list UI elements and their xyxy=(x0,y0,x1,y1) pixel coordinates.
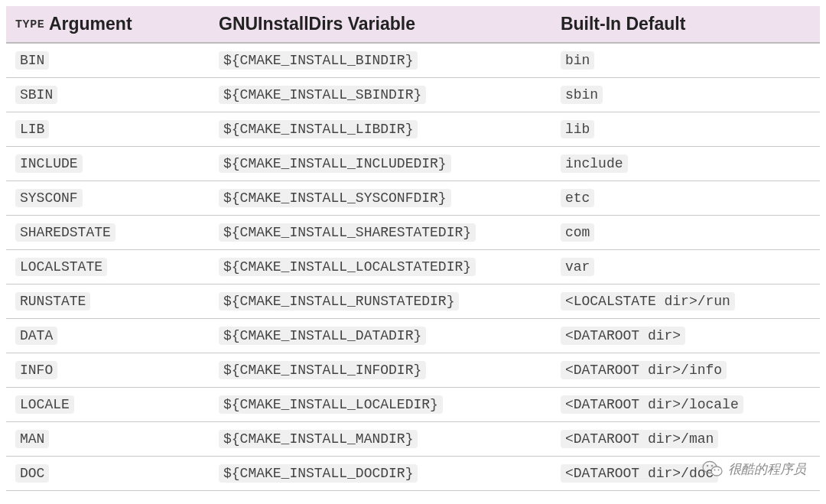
builtin-default-code: <DATAROOT dir>/doc xyxy=(561,464,718,483)
builtin-default-code: etc xyxy=(561,189,594,207)
table-row: INCLUDE${CMAKE_INSTALL_INCLUDEDIR}includ… xyxy=(6,147,820,181)
type-argument-code: LOCALE xyxy=(15,395,74,414)
type-argument-code: DATA xyxy=(15,327,57,345)
gnu-variable-code: ${CMAKE_INSTALL_LOCALEDIR} xyxy=(219,395,443,414)
type-argument-code: INCLUDE xyxy=(15,154,83,173)
table-row: BIN${CMAKE_INSTALL_BINDIR}bin xyxy=(6,43,820,78)
gnu-variable-code: ${CMAKE_INSTALL_MANDIR} xyxy=(219,430,418,448)
builtin-default-code: <LOCALSTATE dir>/run xyxy=(561,292,735,311)
builtin-default-code: <DATAROOT dir> xyxy=(561,327,685,345)
type-argument-code: BIN xyxy=(15,51,49,70)
table-row: RUNSTATE${CMAKE_INSTALL_RUNSTATEDIR}<LOC… xyxy=(6,285,820,319)
type-argument-code: DOC xyxy=(15,464,49,483)
header-argument-suffix: Argument xyxy=(44,14,132,34)
type-argument-code: MAN xyxy=(15,430,49,448)
type-argument-code: LOCALSTATE xyxy=(15,258,107,276)
builtin-default-code: var xyxy=(561,258,594,276)
builtin-default-code: com xyxy=(561,223,594,242)
gnu-variable-code: ${CMAKE_INSTALL_RUNSTATEDIR} xyxy=(219,292,459,311)
builtin-default-code: include xyxy=(561,154,628,173)
table-header-row: TYPE Argument GNUInstallDirs Variable Bu… xyxy=(6,6,820,43)
type-argument-code: RUNSTATE xyxy=(15,292,90,311)
gnu-variable-code: ${CMAKE_INSTALL_DATADIR} xyxy=(219,327,426,345)
table-row: LOCALE${CMAKE_INSTALL_LOCALEDIR}<DATAROO… xyxy=(6,388,820,422)
builtin-default-code: lib xyxy=(561,120,594,138)
gnu-variable-code: ${CMAKE_INSTALL_SBINDIR} xyxy=(219,86,426,104)
builtin-default-code: <DATAROOT dir>/man xyxy=(561,430,718,448)
table-row: SBIN${CMAKE_INSTALL_SBINDIR}sbin xyxy=(6,78,820,112)
gnu-variable-code: ${CMAKE_INSTALL_LIBDIR} xyxy=(219,120,418,138)
type-argument-code: SBIN xyxy=(15,86,57,104)
gnu-variable-code: ${CMAKE_INSTALL_LOCALSTATEDIR} xyxy=(219,258,476,276)
table-row: LOCALSTATE${CMAKE_INSTALL_LOCALSTATEDIR}… xyxy=(6,250,820,285)
header-type-prefix: TYPE xyxy=(15,18,44,31)
builtin-default-code: <DATAROOT dir>/info xyxy=(561,361,727,379)
type-argument-code: SYSCONF xyxy=(15,189,83,207)
table-row: SHAREDSTATE${CMAKE_INSTALL_SHARESTATEDIR… xyxy=(6,216,820,250)
table-row: INFO${CMAKE_INSTALL_INFODIR}<DATAROOT di… xyxy=(6,353,820,388)
builtin-default-code: sbin xyxy=(561,86,603,104)
table-row: DATA${CMAKE_INSTALL_DATADIR}<DATAROOT di… xyxy=(6,319,820,353)
gnu-variable-code: ${CMAKE_INSTALL_SHARESTATEDIR} xyxy=(219,223,476,242)
type-argument-code: INFO xyxy=(15,361,57,379)
builtin-default-code: bin xyxy=(561,51,594,70)
builtin-default-code: <DATAROOT dir>/locale xyxy=(561,395,743,414)
table-row: SYSCONF${CMAKE_INSTALL_SYSCONFDIR}etc xyxy=(6,181,820,216)
gnu-variable-code: ${CMAKE_INSTALL_BINDIR} xyxy=(219,51,418,70)
gnu-variable-code: ${CMAKE_INSTALL_INCLUDEDIR} xyxy=(219,154,451,173)
gnu-variable-code: ${CMAKE_INSTALL_DOCDIR} xyxy=(219,464,418,483)
type-argument-code: LIB xyxy=(15,120,49,138)
header-builtin: Built-In Default xyxy=(551,6,820,43)
gnu-variable-code: ${CMAKE_INSTALL_SYSCONFDIR} xyxy=(219,189,451,207)
gnu-variable-code: ${CMAKE_INSTALL_INFODIR} xyxy=(219,361,426,379)
type-argument-code: SHAREDSTATE xyxy=(15,223,115,242)
header-variable: GNUInstallDirs Variable xyxy=(210,6,551,43)
table-row: LIB${CMAKE_INSTALL_LIBDIR}lib xyxy=(6,112,820,147)
table-row: DOC${CMAKE_INSTALL_DOCDIR}<DATAROOT dir>… xyxy=(6,457,820,491)
table-row: MAN${CMAKE_INSTALL_MANDIR}<DATAROOT dir>… xyxy=(6,422,820,457)
install-dirs-table: TYPE Argument GNUInstallDirs Variable Bu… xyxy=(6,6,820,491)
